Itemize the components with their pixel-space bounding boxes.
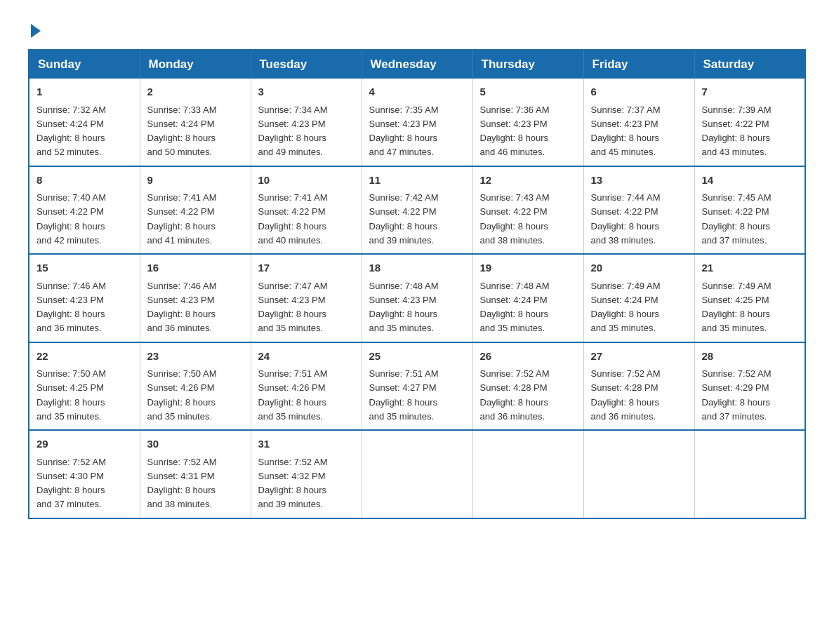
- calendar-cell: 2 Sunrise: 7:33 AMSunset: 4:24 PMDayligh…: [140, 79, 251, 166]
- day-info: Sunrise: 7:46 AMSunset: 4:23 PMDaylight:…: [37, 281, 106, 334]
- calendar-cell: 8 Sunrise: 7:40 AMSunset: 4:22 PMDayligh…: [29, 166, 140, 255]
- calendar-cell: 5 Sunrise: 7:36 AMSunset: 4:23 PMDayligh…: [472, 79, 583, 166]
- day-number: 26: [480, 349, 576, 365]
- day-info: Sunrise: 7:51 AMSunset: 4:26 PMDaylight:…: [258, 368, 328, 422]
- day-number: 28: [702, 349, 798, 365]
- calendar-week-3: 15 Sunrise: 7:46 AMSunset: 4:23 PMDaylig…: [29, 254, 805, 342]
- weekday-header-friday: Friday: [583, 50, 694, 79]
- day-number: 4: [369, 84, 465, 100]
- day-number: 6: [591, 84, 687, 100]
- calendar-cell: 25 Sunrise: 7:51 AMSunset: 4:27 PMDaylig…: [362, 342, 472, 431]
- day-info: Sunrise: 7:44 AMSunset: 4:22 PMDaylight:…: [591, 192, 661, 246]
- day-number: 29: [37, 436, 133, 452]
- day-info: Sunrise: 7:40 AMSunset: 4:22 PMDaylight:…: [37, 192, 106, 246]
- day-info: Sunrise: 7:52 AMSunset: 4:31 PMDaylight:…: [147, 457, 217, 510]
- day-info: Sunrise: 7:51 AMSunset: 4:27 PMDaylight:…: [369, 368, 439, 422]
- day-number: 12: [480, 173, 576, 189]
- logo: [28, 21, 41, 35]
- calendar-cell: 15 Sunrise: 7:46 AMSunset: 4:23 PMDaylig…: [29, 254, 140, 342]
- day-info: Sunrise: 7:34 AMSunset: 4:23 PMDaylight:…: [258, 105, 328, 158]
- day-number: 1: [37, 84, 133, 100]
- day-info: Sunrise: 7:35 AMSunset: 4:23 PMDaylight:…: [369, 105, 439, 158]
- day-info: Sunrise: 7:52 AMSunset: 4:28 PMDaylight:…: [480, 368, 550, 422]
- day-info: Sunrise: 7:36 AMSunset: 4:23 PMDaylight:…: [480, 105, 550, 158]
- day-number: 19: [480, 260, 576, 276]
- calendar-week-2: 8 Sunrise: 7:40 AMSunset: 4:22 PMDayligh…: [29, 166, 805, 255]
- calendar-cell: 12 Sunrise: 7:43 AMSunset: 4:22 PMDaylig…: [472, 166, 583, 255]
- day-info: Sunrise: 7:48 AMSunset: 4:24 PMDaylight:…: [480, 281, 550, 334]
- calendar-cell: 24 Sunrise: 7:51 AMSunset: 4:26 PMDaylig…: [251, 342, 362, 431]
- day-number: 18: [369, 260, 465, 276]
- day-info: Sunrise: 7:33 AMSunset: 4:24 PMDaylight:…: [147, 105, 217, 158]
- calendar-cell: [583, 430, 694, 518]
- calendar-cell: 9 Sunrise: 7:41 AMSunset: 4:22 PMDayligh…: [140, 166, 251, 255]
- day-info: Sunrise: 7:39 AMSunset: 4:22 PMDaylight:…: [702, 105, 772, 158]
- day-number: 2: [147, 84, 244, 100]
- calendar-cell: [694, 430, 805, 518]
- day-info: Sunrise: 7:43 AMSunset: 4:22 PMDaylight:…: [480, 192, 550, 246]
- calendar-cell: 4 Sunrise: 7:35 AMSunset: 4:23 PMDayligh…: [362, 79, 472, 166]
- weekday-header-thursday: Thursday: [472, 50, 583, 79]
- day-number: 23: [147, 349, 244, 365]
- calendar-cell: 14 Sunrise: 7:45 AMSunset: 4:22 PMDaylig…: [694, 166, 805, 255]
- calendar-cell: 19 Sunrise: 7:48 AMSunset: 4:24 PMDaylig…: [472, 254, 583, 342]
- day-number: 17: [258, 260, 355, 276]
- calendar-week-4: 22 Sunrise: 7:50 AMSunset: 4:25 PMDaylig…: [29, 342, 805, 431]
- day-number: 27: [591, 349, 687, 365]
- day-number: 31: [258, 436, 355, 452]
- calendar-cell: 21 Sunrise: 7:49 AMSunset: 4:25 PMDaylig…: [694, 254, 805, 342]
- calendar-cell: [472, 430, 583, 518]
- day-info: Sunrise: 7:41 AMSunset: 4:22 PMDaylight:…: [147, 192, 217, 246]
- day-number: 20: [591, 260, 687, 276]
- calendar-cell: 17 Sunrise: 7:47 AMSunset: 4:23 PMDaylig…: [251, 254, 362, 342]
- calendar-cell: 22 Sunrise: 7:50 AMSunset: 4:25 PMDaylig…: [29, 342, 140, 431]
- day-number: 15: [37, 260, 133, 276]
- calendar-cell: 3 Sunrise: 7:34 AMSunset: 4:23 PMDayligh…: [251, 79, 362, 166]
- day-number: 13: [591, 173, 687, 189]
- day-info: Sunrise: 7:52 AMSunset: 4:32 PMDaylight:…: [258, 457, 328, 510]
- day-info: Sunrise: 7:52 AMSunset: 4:30 PMDaylight:…: [37, 457, 106, 510]
- day-number: 22: [37, 349, 133, 365]
- calendar-cell: 7 Sunrise: 7:39 AMSunset: 4:22 PMDayligh…: [694, 79, 805, 166]
- weekday-header-monday: Monday: [140, 50, 251, 79]
- calendar-cell: 11 Sunrise: 7:42 AMSunset: 4:22 PMDaylig…: [362, 166, 472, 255]
- day-info: Sunrise: 7:49 AMSunset: 4:25 PMDaylight:…: [702, 281, 772, 334]
- calendar-cell: 29 Sunrise: 7:52 AMSunset: 4:30 PMDaylig…: [29, 430, 140, 518]
- day-info: Sunrise: 7:32 AMSunset: 4:24 PMDaylight:…: [37, 105, 106, 158]
- calendar-cell: 30 Sunrise: 7:52 AMSunset: 4:31 PMDaylig…: [140, 430, 251, 518]
- day-number: 5: [480, 84, 576, 100]
- calendar-cell: 26 Sunrise: 7:52 AMSunset: 4:28 PMDaylig…: [472, 342, 583, 431]
- calendar-cell: 18 Sunrise: 7:48 AMSunset: 4:23 PMDaylig…: [362, 254, 472, 342]
- weekday-header-wednesday: Wednesday: [362, 50, 472, 79]
- day-info: Sunrise: 7:49 AMSunset: 4:24 PMDaylight:…: [591, 281, 661, 334]
- day-number: 14: [702, 173, 798, 189]
- calendar-cell: 1 Sunrise: 7:32 AMSunset: 4:24 PMDayligh…: [29, 79, 140, 166]
- day-info: Sunrise: 7:37 AMSunset: 4:23 PMDaylight:…: [591, 105, 661, 158]
- day-info: Sunrise: 7:41 AMSunset: 4:22 PMDaylight:…: [258, 192, 328, 246]
- day-info: Sunrise: 7:42 AMSunset: 4:22 PMDaylight:…: [369, 192, 439, 246]
- day-info: Sunrise: 7:45 AMSunset: 4:22 PMDaylight:…: [702, 192, 772, 246]
- calendar-cell: 23 Sunrise: 7:50 AMSunset: 4:26 PMDaylig…: [140, 342, 251, 431]
- calendar-body: 1 Sunrise: 7:32 AMSunset: 4:24 PMDayligh…: [29, 79, 805, 518]
- weekday-header-sunday: Sunday: [29, 50, 140, 79]
- day-info: Sunrise: 7:47 AMSunset: 4:23 PMDaylight:…: [258, 281, 328, 334]
- day-number: 11: [369, 173, 465, 189]
- calendar-cell: 6 Sunrise: 7:37 AMSunset: 4:23 PMDayligh…: [583, 79, 694, 166]
- day-number: 3: [258, 84, 355, 100]
- weekday-header-row: SundayMondayTuesdayWednesdayThursdayFrid…: [29, 50, 805, 79]
- day-info: Sunrise: 7:50 AMSunset: 4:26 PMDaylight:…: [147, 368, 217, 422]
- day-number: 10: [258, 173, 355, 189]
- logo-arrow-icon: [31, 24, 41, 38]
- day-number: 25: [369, 349, 465, 365]
- calendar-week-1: 1 Sunrise: 7:32 AMSunset: 4:24 PMDayligh…: [29, 79, 805, 166]
- day-number: 21: [702, 260, 798, 276]
- day-number: 8: [37, 173, 133, 189]
- calendar-cell: 31 Sunrise: 7:52 AMSunset: 4:32 PMDaylig…: [251, 430, 362, 518]
- calendar-table: SundayMondayTuesdayWednesdayThursdayFrid…: [28, 49, 806, 519]
- day-info: Sunrise: 7:48 AMSunset: 4:23 PMDaylight:…: [369, 281, 439, 334]
- calendar-cell: 10 Sunrise: 7:41 AMSunset: 4:22 PMDaylig…: [251, 166, 362, 255]
- header: [28, 21, 806, 35]
- weekday-header-saturday: Saturday: [694, 50, 805, 79]
- day-info: Sunrise: 7:52 AMSunset: 4:28 PMDaylight:…: [591, 368, 661, 422]
- calendar-week-5: 29 Sunrise: 7:52 AMSunset: 4:30 PMDaylig…: [29, 430, 805, 518]
